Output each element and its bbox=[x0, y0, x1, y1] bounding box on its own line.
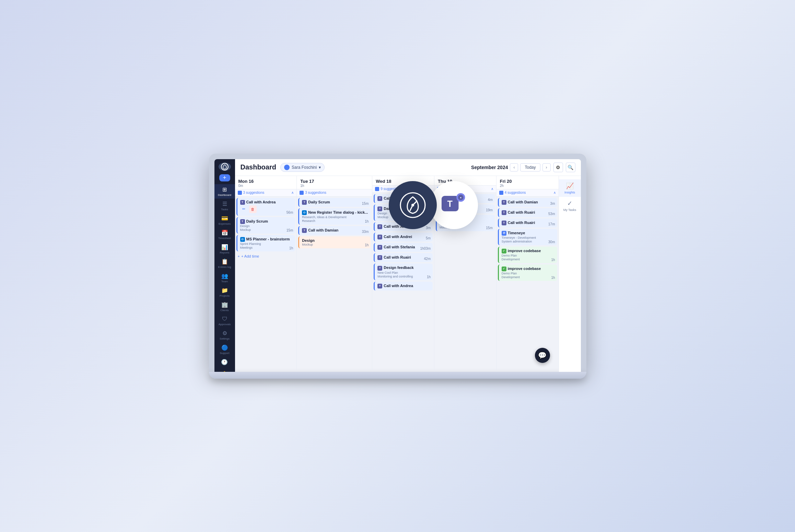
event-title: TDaily Scrum bbox=[240, 219, 293, 224]
day-header-wed18: Wed 18 bbox=[372, 176, 434, 186]
event-design-tue[interactable]: Design Mockup 1h bbox=[298, 236, 371, 248]
right-sidebar-insights[interactable]: 📈 Insights bbox=[559, 179, 581, 197]
app-header: Dashboard Sara Foschini ▾ September 2024… bbox=[235, 159, 581, 176]
event-daily-scrum-mon[interactable]: TDaily Scrum Design Mockup 15m bbox=[236, 217, 295, 234]
event-call-andrea-wed2[interactable]: TCall with Andrea bbox=[374, 282, 433, 291]
user-badge[interactable]: Sara Foschini ▾ bbox=[280, 163, 325, 172]
teams-icon: T bbox=[377, 235, 382, 239]
sidebar-item-support[interactable]: 🔵 Support bbox=[214, 342, 235, 357]
event-call-andrei-wed2[interactable]: TCall with Andrei 5m bbox=[374, 233, 433, 241]
sidebar-item-clients[interactable]: 🏢 Clients bbox=[214, 299, 235, 314]
add-time-button[interactable]: + + Add time bbox=[236, 253, 295, 260]
event-call-damian-fri1[interactable]: TCall with Damian 3m bbox=[498, 198, 557, 207]
suggestions-wed18[interactable]: 9 suggestions bbox=[372, 186, 434, 193]
prev-month-button[interactable]: ‹ bbox=[510, 163, 518, 172]
sidebar-label-tasks: Tasks bbox=[221, 208, 228, 211]
search-button[interactable]: 🔍 bbox=[566, 163, 575, 172]
calendar-settings-button[interactable]: ⚙ bbox=[553, 163, 563, 172]
event-daily-scrum-wed[interactable]: TDaily Scrum Design Mockup 15m bbox=[374, 204, 433, 221]
teams-icon: T bbox=[440, 206, 444, 211]
sidebar-item-history[interactable]: 🕐 bbox=[217, 357, 232, 367]
event-timeneye-fri[interactable]: ⏱Timeneye Timeneye - Development System … bbox=[498, 229, 557, 245]
add-button[interactable]: + bbox=[219, 174, 230, 181]
event-call-andrea-wed[interactable]: TCall with Andrea 39m bbox=[374, 194, 433, 203]
chat-button[interactable]: 💬 bbox=[535, 348, 550, 363]
reports-icon: 📊 bbox=[221, 244, 228, 250]
sidebar-item-entries-log[interactable]: 📋 Entries log bbox=[214, 256, 235, 271]
event-design-feedback-wed[interactable]: TDesign feedback New Cool Plan Monitorin… bbox=[374, 263, 433, 280]
suggestions-mon16[interactable]: 3 suggestions ∧ bbox=[235, 189, 297, 197]
outlook-icon: O bbox=[302, 210, 307, 215]
event-duration: 1h03m bbox=[420, 247, 431, 250]
sidebar-item-reports[interactable]: 📊 Reports bbox=[214, 242, 235, 256]
event-title: OMS Planner - brainstorm bbox=[240, 237, 293, 242]
event-call-andrei-wed1[interactable]: TCall with Andrei 3m bbox=[374, 222, 433, 231]
sidebar-label-expenses: Expenses bbox=[219, 222, 231, 225]
event-daily-scrum-thu[interactable]: TDaily Scrum Design Mockup 15m bbox=[436, 215, 495, 231]
right-sidebar-my-tasks[interactable]: ✓ My Tasks bbox=[559, 197, 581, 214]
event-title: TDesign feedback bbox=[377, 265, 430, 270]
events-mon16: TCall with Andrea ✏ 🗑 56m bbox=[235, 197, 297, 372]
timeneye-icon: ⏱ bbox=[502, 231, 506, 236]
calendar-grid: Mon 16 0m 3 suggestions ∧ bbox=[235, 176, 559, 372]
event-call-damian-thu2[interactable]: TCall with Damian 19m bbox=[436, 204, 495, 213]
event-call-damian-thu1[interactable]: TCall with Damian 4m bbox=[436, 194, 495, 203]
settings-icon: ⚙ bbox=[222, 330, 227, 336]
insights-icon: 📈 bbox=[566, 182, 574, 190]
header-controls: September 2024 ‹ Today › ⚙ 🔍 bbox=[471, 163, 575, 172]
day-name-mon16: Mon 16 bbox=[238, 179, 293, 184]
event-project: Demo Plan bbox=[502, 254, 554, 257]
event-project: New Cool Plan bbox=[377, 271, 430, 274]
notifications-icon: 🔔 bbox=[221, 371, 228, 372]
teams-icon: T bbox=[377, 224, 382, 229]
suggestions-fri20[interactable]: 4 suggestions ∧ bbox=[496, 189, 559, 197]
suggestions-tue17[interactable]: 3 suggestions bbox=[297, 189, 372, 197]
teams-icon: T bbox=[377, 245, 382, 250]
sidebar-item-settings[interactable]: ⚙ Settings bbox=[214, 328, 235, 342]
clients-icon: 🏢 bbox=[221, 302, 228, 308]
sidebar-item-team[interactable]: 👥 Team bbox=[214, 271, 235, 285]
event-duration: 53m bbox=[548, 212, 555, 216]
outlook-icon: O bbox=[240, 237, 245, 242]
event-call-stefania-wed[interactable]: TCall with Stefania 1h03m bbox=[374, 243, 433, 252]
sidebar-item-timesheet[interactable]: 📅 Timesheet bbox=[214, 227, 235, 242]
event-call-ruairi-fri1[interactable]: TCall with Ruairi 53m bbox=[498, 208, 557, 217]
event-call-ruairi-fri2[interactable]: TCall with Ruairi 17m bbox=[498, 218, 557, 227]
event-ms-planner-mon[interactable]: OMS Planner - brainstorm Sprint Planning… bbox=[236, 235, 295, 251]
delete-button[interactable]: 🗑 bbox=[249, 205, 257, 213]
today-button[interactable]: Today bbox=[520, 163, 540, 172]
event-duration: 5m bbox=[426, 236, 431, 240]
teams-icon: T bbox=[240, 200, 245, 205]
event-call-damian-tue[interactable]: TCall with Damian 33m bbox=[298, 226, 371, 235]
event-call-andrea-mon[interactable]: TCall with Andrea ✏ 🗑 56m bbox=[236, 198, 295, 216]
events-thu19: TCall with Damian 4m TCall with Damian bbox=[434, 193, 496, 372]
event-task: Mockup bbox=[377, 215, 430, 219]
sidebar-item-projects[interactable]: 📁 Projects bbox=[214, 285, 235, 299]
event-duration: 4m bbox=[488, 198, 493, 202]
day-column-thu19: Thu 19 5 suggestions ∧ bbox=[434, 176, 496, 372]
day-header-mon16: Mon 16 0m bbox=[235, 176, 297, 189]
app-logo bbox=[219, 163, 231, 171]
sidebar-item-tasks[interactable]: ☰ Tasks bbox=[214, 199, 235, 213]
sidebar-item-expenses[interactable]: 💳 Expenses bbox=[214, 213, 235, 227]
sidebar-item-dashboard[interactable]: ⊞ Dashboard bbox=[214, 184, 235, 199]
event-title: TCall with Damian bbox=[440, 196, 492, 201]
event-improve-codebase-fri2[interactable]: ✓improve codebase Demo Plan Development … bbox=[498, 264, 557, 281]
event-improve-codebase-fri1[interactable]: ✓improve codebase Demo Plan Development … bbox=[498, 247, 557, 263]
day-column-mon16: Mon 16 0m 3 suggestions ∧ bbox=[235, 176, 297, 372]
left-sidebar: + ⊞ Dashboard ☰ Tasks 💳 Expenses 📅 Times… bbox=[214, 159, 235, 372]
event-title: TDaily Scrum bbox=[440, 217, 492, 222]
event-daily-scrum-tue[interactable]: TDaily Scrum 15m bbox=[298, 198, 371, 207]
event-new-register-tue[interactable]: ONew Register Time dialog - kick... Rese… bbox=[298, 208, 371, 225]
teams-icon: T bbox=[440, 217, 444, 222]
sidebar-item-approvals[interactable]: 🛡 Approvals bbox=[214, 314, 235, 328]
next-month-button[interactable]: › bbox=[542, 163, 551, 172]
edit-button[interactable]: ✏ bbox=[240, 205, 248, 213]
sidebar-item-notifications[interactable]: 🔔 Notifications bbox=[217, 369, 232, 372]
event-project: Design bbox=[440, 222, 492, 225]
day-name-fri20: Fri 20 bbox=[500, 179, 555, 184]
suggestions-thu19[interactable]: 5 suggestions ∧ bbox=[434, 186, 496, 193]
event-task: Research bbox=[302, 219, 368, 223]
teams-icon: T bbox=[302, 200, 307, 205]
event-call-ruairi-wed[interactable]: TCall with Ruairi 42m bbox=[374, 253, 433, 262]
